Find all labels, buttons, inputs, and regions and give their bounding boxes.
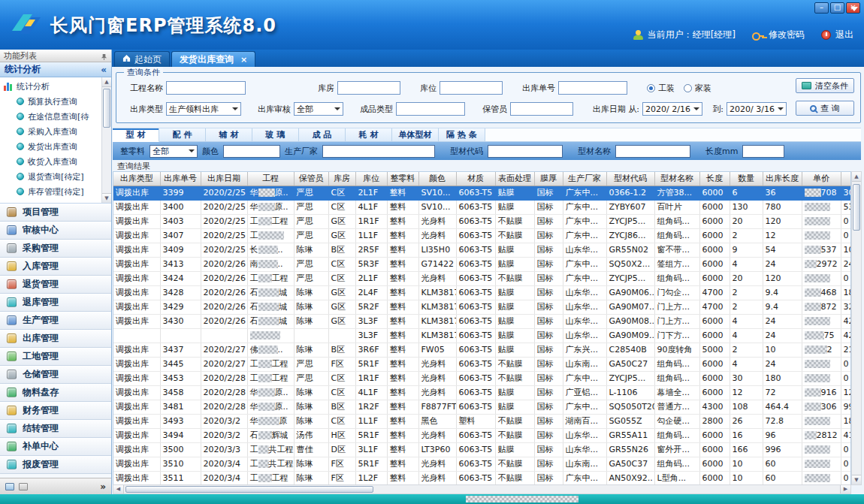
table-cell[interactable]: 24 [763,357,802,371]
table-cell[interactable]: 签组方... [654,257,699,271]
table-cell[interactable]: 537 [802,243,841,257]
column-header[interactable]: 长度 [699,172,730,186]
table-cell[interactable]: 0 [841,357,851,371]
search-button[interactable]: 查 询 [796,101,854,116]
table-row[interactable]: 调拨出库35002020/3/3工共工程曹佳D区3L1F整料LT3P606063… [113,442,851,457]
table-cell[interactable]: 2020/2/27 [201,357,247,371]
table-cell[interactable]: 0 [841,471,851,485]
table-cell[interactable]: 工工程 [247,214,294,228]
table-cell[interactable]: 6000 [699,471,730,485]
table-cell[interactable]: 60 [763,457,802,471]
table-cell[interactable]: 南.. [247,257,294,271]
table-cell[interactable] [160,328,201,343]
table-cell[interactable]: 山东华... [563,314,606,328]
table-cell[interactable]: F8877FT [418,400,456,414]
material-tab[interactable]: 配 件 [159,128,206,142]
column-header[interactable]: 膜厚 [534,172,563,186]
table-cell[interactable]: 2020/2/28 [201,400,247,414]
table-cell[interactable]: 2 [802,343,841,357]
outbound-audit-select[interactable]: 全部 [294,102,343,116]
table-cell[interactable]: 3424 [160,271,201,285]
table-cell[interactable]: ZYCJP5... [606,214,654,228]
column-header[interactable]: 出库长度 [763,172,802,186]
table-row[interactable]: 调拨出库34132020/2/26南..严思C区5R3F整料G714226063… [113,257,851,271]
table-cell[interactable]: 国标 [534,200,563,214]
table-row[interactable]: 调拨出库34532020/2/28工工程严思C区1R1F整料光身料6063-T5… [113,371,851,385]
table-cell[interactable]: 国标 [534,186,563,200]
table-cell[interactable]: 2 [730,228,763,243]
table-cell[interactable]: 180 [763,371,802,385]
table-cell[interactable] [802,414,841,428]
table-cell[interactable]: 整料 [387,428,418,442]
table-cell[interactable]: 6063-T5 [456,186,495,200]
table-cell[interactable]: KLM3817 [418,328,456,343]
table-cell[interactable]: C区 [328,257,355,271]
table-cell[interactable]: 1R1F [355,214,387,228]
table-cell[interactable]: 调拨出库 [113,214,160,228]
table-cell[interactable]: C区 [328,200,355,214]
table-cell[interactable]: 2972 [802,257,841,271]
table-cell[interactable]: 6063-T5 [456,371,495,385]
sidebar-item[interactable]: 补单中心 [0,438,111,456]
table-cell[interactable]: 2020/2/26 [201,257,247,271]
table-cell[interactable]: SQ5050T20 [606,400,654,414]
table-cell[interactable]: 3500 [160,442,201,457]
table-cell[interactable]: 10 [763,343,802,357]
table-cell[interactable]: 2 [730,300,763,314]
table-cell[interactable]: SV10... [418,186,456,200]
table-cell[interactable]: 120 [763,214,802,228]
table-cell[interactable]: 方管38... [654,186,699,200]
table-cell[interactable]: G区 [328,228,355,243]
keeper-input[interactable] [510,102,573,116]
table-cell[interactable]: 国标 [534,343,563,357]
table-cell[interactable]: 216 [841,343,851,357]
table-cell[interactable]: 陈琳 [294,285,328,300]
table-cell[interactable]: 3511 [160,471,201,485]
table-cell[interactable]: 6063-T5 [456,343,495,357]
table-cell[interactable]: 整料 [387,385,418,400]
table-cell[interactable]: 组角码... [654,228,699,243]
table-cell[interactable]: 6000 [699,200,730,214]
table-cell[interactable]: 6000 [699,328,730,343]
table-cell[interactable]: 6000 [699,214,730,228]
table-cell[interactable]: 石城 [247,285,294,300]
table-cell[interactable] [802,371,841,385]
table-cell[interactable]: 182 [841,414,851,428]
location-input[interactable] [440,81,503,95]
column-header[interactable]: 数量 [730,172,763,186]
sidebar-item[interactable]: 退货管理 [0,276,111,294]
table-cell[interactable]: 1L1F [355,414,387,428]
table-cell[interactable]: 山东南... [563,457,606,471]
table-cell[interactable]: 3L1F [355,442,387,457]
table-row[interactable]: 调拨出库35102020/3/4工共工程陈琳F区5R1F整料光身料6063-T5… [113,457,851,471]
scroll-up-icon[interactable]: ▲ [102,77,111,87]
table-cell[interactable]: 3L3F [355,328,387,343]
sidebar-item[interactable]: 结转管理 [0,420,111,438]
sidebar-item[interactable]: 报废管理 [0,456,111,474]
table-cell[interactable]: 5R1F [355,428,387,442]
profile-name-input[interactable] [615,145,690,158]
table-cell[interactable]: 1L2F [355,471,387,485]
vertical-scrollbar[interactable]: ▲ ▼ [851,171,862,485]
table-cell[interactable]: 整料 [387,414,418,428]
table-cell[interactable]: 3430 [160,314,201,328]
table-cell[interactable]: B区 [328,400,355,414]
table-cell[interactable]: 国标 [534,214,563,228]
table-cell[interactable]: 窗外开... [654,442,699,457]
table-cell[interactable]: 75 [802,328,841,343]
table-cell[interactable]: 不贴膜 [495,214,534,228]
table-cell[interactable]: C区 [328,271,355,285]
table-cell[interactable]: 调拨出库 [113,428,160,442]
profile-code-input[interactable] [488,145,563,158]
table-cell[interactable]: 整料 [387,457,418,471]
table-cell[interactable]: 24 [763,314,802,328]
table-cell[interactable]: 光身料 [418,457,456,471]
table-cell[interactable]: 123 [841,385,851,400]
table-cell[interactable]: 调拨出库 [113,457,160,471]
table-cell[interactable]: 贴膜 [495,257,534,271]
column-header[interactable]: 保管员 [294,172,328,186]
table-cell[interactable]: C区 [328,371,355,385]
table-cell[interactable]: SV10... [418,200,456,214]
table-cell[interactable]: 5R1F [355,357,387,371]
table-cell[interactable]: 4300 [699,400,730,414]
